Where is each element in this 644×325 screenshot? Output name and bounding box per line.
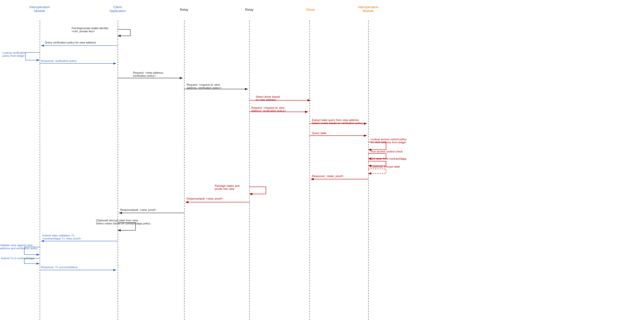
msg-select-driver: Select driver basedon view address [256,95,280,101]
msg-request-req-id-red: Request: <request id, viewaddress, verif… [251,106,286,112]
sequence-diagram: InteroperationModule ClientApplication R… [0,0,644,325]
msg-resp-tx: Response: Tx success/failure [41,266,77,269]
participant-ca: ClientApplication [98,5,137,13]
lifeline-im2 [368,20,369,320]
msg-encrypt-state: (Optional) encrypt state [371,165,400,168]
lifeline-im1 [40,20,40,320]
msg-extract-state-query: Extract state query from view addressSel… [312,118,363,125]
msg-resp-state-proof: Response: <state, proof> [312,175,344,178]
msg-query-verif-policy: Query verification policy for view addre… [45,41,96,44]
participant-relay1: Relay [169,8,199,12]
msg-lookup-access-ctrl: Lookup access control policyfor view add… [371,138,407,144]
participant-im2: InteroperationModule [349,5,387,13]
msg-submit-state-val: Submit state validation Tx:<contract/dap… [42,234,81,240]
msg-query-state: Query state [312,132,326,135]
msg-resp-verif-policy: Response: verification policy [41,59,76,62]
msg-request-view-addr: Request: <view address,verification poli… [133,71,164,77]
participant-relay2: Relay [234,8,265,12]
msg-get-state: Get state from contract/dapp [371,157,406,160]
arrows-svg [0,0,644,325]
msg-fetch-wallet: Fetch/generate wallet identity:<cert, pr… [72,27,109,33]
msg-lookup-verif-policy: Lookup verificationpolicy from ledger [3,51,26,57]
msg-request-req-id: Request: <request id, viewaddress, verif… [187,83,221,89]
lifeline-driver [309,20,310,320]
msg-package-states: Package states andproofs into view [215,184,240,190]
msg-run-access-ctrl: Run access control check [371,150,403,153]
lifeline-relay2 [249,20,250,320]
participant-im1: InteroperationModule [20,5,59,13]
msg-resp-poll-relay: Response/poll: <view, proof> [187,197,223,200]
msg-submit-tx: Submit Tx to contract/dapp [1,257,34,260]
msg-resp-poll-ca: Response/poll: <view, proof> [120,208,156,211]
participant-driver: Driver [295,8,326,12]
msg-validate-view: Validate view against viewaddress and ve… [0,244,38,250]
msg-decrypt-state: (Optional) decrypt state from viewSelect… [96,219,150,225]
lifeline-ca [118,20,118,320]
lifeline-relay1 [184,20,185,320]
